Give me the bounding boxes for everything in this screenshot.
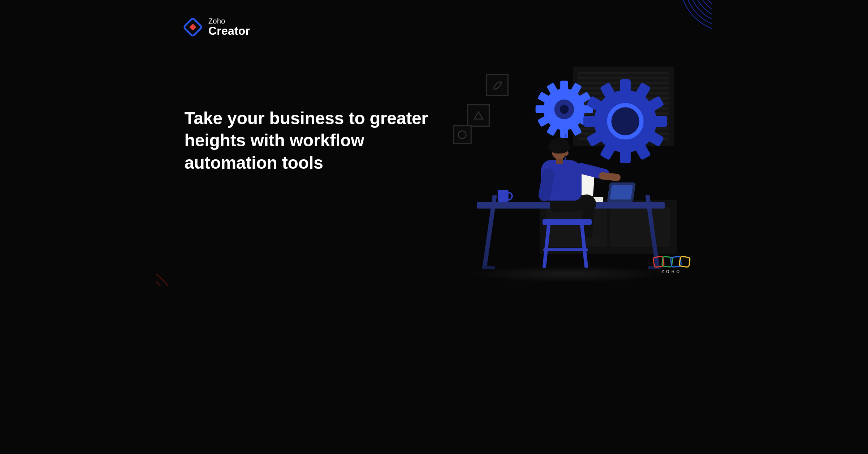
- chair: [537, 191, 597, 268]
- svg-point-14: [458, 131, 466, 138]
- svg-rect-20: [620, 79, 631, 92]
- hero-illustration: [453, 58, 692, 282]
- wall-tile-circle-icon: [453, 125, 472, 144]
- svg-point-7: [156, 284, 158, 286]
- svg-rect-16: [560, 81, 568, 91]
- logo-text-line2: Creator: [208, 25, 250, 37]
- svg-point-4: [684, 0, 712, 28]
- mug-icon: [498, 190, 509, 202]
- svg-point-18: [560, 105, 569, 114]
- floor-shadow: [467, 266, 670, 282]
- svg-point-0: [702, 0, 712, 10]
- svg-rect-13: [189, 24, 196, 31]
- page-title: Take your business to greater heights wi…: [184, 107, 459, 174]
- zoho-mark-icon: [653, 256, 690, 267]
- svg-point-5: [680, 0, 712, 32]
- company-logo: ZOHO: [653, 256, 690, 274]
- wall-tile-leaf-icon: [486, 74, 509, 96]
- wall-tile-triangle-icon: [467, 104, 490, 127]
- logo-text-line1: Zoho: [208, 17, 250, 25]
- creator-mark-icon: [183, 17, 203, 37]
- svg-point-2: [693, 0, 712, 19]
- marketing-banner: Zoho Creator Take your business to great…: [156, 0, 712, 286]
- svg-point-10: [156, 266, 176, 286]
- svg-point-3: [689, 0, 712, 23]
- desk-foot: [482, 266, 495, 269]
- svg-point-11: [156, 261, 182, 286]
- svg-point-8: [156, 278, 164, 286]
- svg-point-1: [697, 0, 712, 14]
- corner-arcs-bottom-left: [156, 206, 236, 286]
- company-name: ZOHO: [653, 269, 690, 274]
- svg-point-9: [156, 272, 170, 286]
- product-logo: Zoho Creator: [183, 17, 250, 37]
